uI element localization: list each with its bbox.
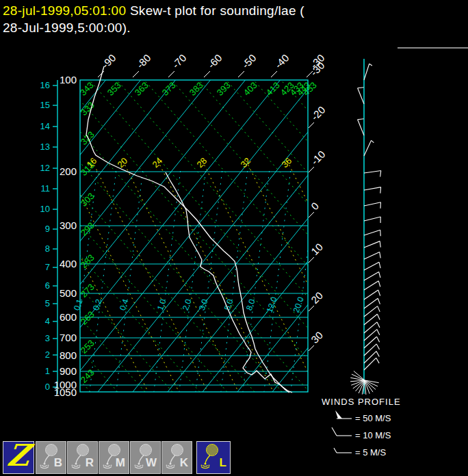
toolbar-button-k[interactable]: K — [161, 441, 192, 474]
svg-text:28: 28 — [194, 155, 209, 170]
svg-text:243: 243 — [79, 367, 96, 385]
svg-text:363: 363 — [133, 80, 151, 98]
plot-border — [80, 80, 308, 392]
winds-profile: WINDS PROFILE — [322, 59, 401, 407]
svg-text:333: 333 — [79, 100, 96, 118]
wind-legend: = 50 M/S= 10 M/S= 5 M/S — [332, 410, 391, 458]
svg-text:-10: -10 — [309, 148, 327, 167]
flag-barb-icon — [335, 410, 342, 419]
toolbar: ZBRMWKL — [0, 438, 246, 476]
button-label: K — [180, 456, 188, 470]
svg-text:8: 8 — [45, 243, 50, 254]
svg-text:12.0: 12.0 — [265, 295, 279, 314]
right-temperature-labels: -30-20-100102030 — [308, 60, 327, 351]
dewpoint-trace — [166, 172, 289, 393]
svg-text:4: 4 — [45, 316, 50, 326]
svg-text:0.2: 0.2 — [91, 298, 104, 312]
svg-text:-40: -40 — [272, 52, 291, 70]
svg-text:7: 7 — [45, 262, 50, 272]
svg-text:15: 15 — [40, 100, 50, 110]
svg-text:500: 500 — [60, 287, 77, 299]
svg-text:0.4: 0.4 — [118, 298, 131, 312]
weather-balloon-icon — [200, 443, 222, 471]
svg-text:303: 303 — [79, 191, 96, 209]
svg-text:300: 300 — [60, 220, 77, 231]
plot-grid — [0, 80, 468, 392]
svg-text:5: 5 — [45, 298, 50, 308]
svg-text:273: 273 — [79, 282, 96, 300]
svg-text:20.0: 20.0 — [291, 295, 306, 314]
svg-text:-50: -50 — [239, 52, 258, 70]
svg-text:323: 323 — [79, 129, 96, 147]
svg-text:11: 11 — [41, 183, 51, 194]
svg-text:-90: -90 — [99, 52, 118, 70]
svg-text:3: 3 — [45, 333, 50, 343]
svg-text:293: 293 — [79, 220, 96, 238]
svg-text:343: 343 — [78, 80, 96, 98]
svg-text:383: 383 — [187, 80, 205, 98]
svg-text:263: 263 — [79, 309, 96, 327]
toolbar-button-z[interactable]: Z — [3, 441, 34, 474]
button-label: L — [220, 456, 226, 470]
svg-text:16: 16 — [40, 80, 50, 90]
svg-text:393: 393 — [215, 80, 233, 98]
svg-text:700: 700 — [60, 332, 77, 343]
svg-text:24: 24 — [150, 155, 164, 170]
svg-text:-20: -20 — [309, 104, 327, 122]
zebra-logo-icon: Z — [2, 439, 36, 471]
svg-text:1.0: 1.0 — [155, 298, 168, 312]
top-temperature-labels: -90-80-70-60-50-40-30 — [98, 52, 326, 77]
svg-text:0: 0 — [45, 382, 50, 392]
svg-text:14: 14 — [40, 121, 50, 131]
toolbar-button-l[interactable]: L — [196, 441, 231, 474]
temperature-trace — [86, 66, 292, 393]
svg-text:253: 253 — [79, 338, 96, 356]
svg-text:6: 6 — [45, 280, 50, 291]
svg-text:0: 0 — [309, 200, 321, 212]
svg-text:3.0: 3.0 — [197, 298, 210, 312]
button-label: B — [54, 456, 62, 470]
svg-text:1050: 1050 — [54, 386, 77, 398]
toolbar-button-m[interactable]: M — [99, 441, 129, 474]
svg-text:30: 30 — [309, 329, 325, 345]
svg-text:9: 9 — [45, 224, 50, 234]
svg-text:36: 36 — [279, 155, 294, 170]
svg-text:= 10 M/S: = 10 M/S — [355, 430, 391, 440]
svg-text:600: 600 — [60, 311, 77, 323]
button-label: M — [116, 456, 125, 470]
svg-text:900: 900 — [60, 365, 77, 377]
svg-text:353: 353 — [105, 80, 123, 98]
svg-text:8.0: 8.0 — [244, 298, 257, 312]
svg-text:12: 12 — [40, 163, 50, 173]
svg-text:0.1: 0.1 — [72, 298, 85, 312]
button-label: R — [86, 456, 94, 470]
svg-text:800: 800 — [60, 349, 77, 361]
toolbar-button-b[interactable]: B — [36, 441, 66, 474]
svg-text:10: 10 — [40, 204, 50, 214]
height-axis: 012345678910111213141516 — [40, 80, 57, 394]
svg-text:13: 13 — [40, 142, 50, 152]
svg-text:100: 100 — [60, 74, 77, 85]
svg-text:403: 403 — [242, 80, 259, 98]
svg-text:373: 373 — [160, 80, 178, 98]
toolbar-button-w[interactable]: W — [130, 441, 161, 474]
svg-text:2: 2 — [45, 349, 50, 360]
svg-text:1: 1 — [45, 366, 50, 376]
svg-text:200: 200 — [60, 166, 77, 177]
svg-text:= 50 M/S: = 50 M/S — [355, 413, 391, 423]
svg-text:-60: -60 — [205, 52, 224, 70]
button-label: W — [146, 456, 157, 470]
skewt-plot: 3433533633733833934034134234334434533333… — [0, 0, 468, 476]
svg-text:2.0: 2.0 — [181, 298, 194, 312]
svg-text:32: 32 — [238, 155, 252, 170]
svg-text:= 5 M/S: = 5 M/S — [355, 447, 386, 458]
svg-text:-70: -70 — [170, 52, 188, 70]
svg-text:20: 20 — [309, 289, 325, 306]
svg-text:400: 400 — [60, 258, 77, 269]
svg-text:WINDS PROFILE: WINDS PROFILE — [322, 397, 401, 407]
svg-text:-80: -80 — [134, 52, 153, 70]
toolbar-button-r[interactable]: R — [67, 441, 98, 474]
svg-text:10: 10 — [309, 241, 325, 257]
